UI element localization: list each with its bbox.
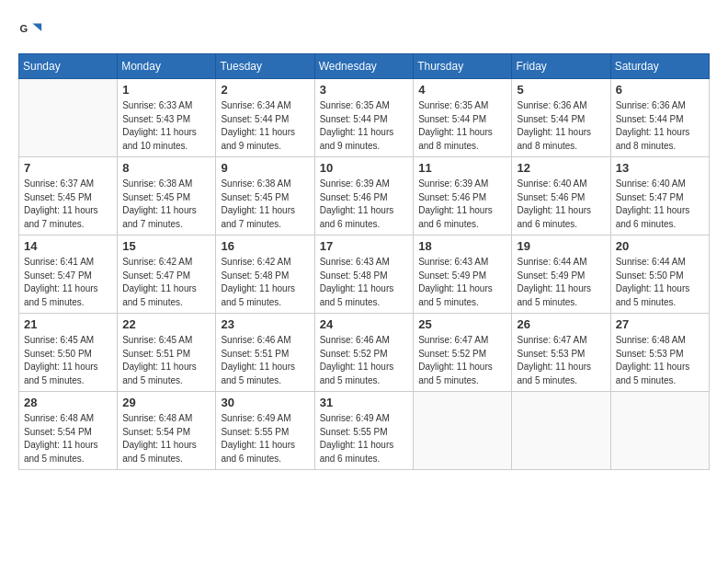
calendar-cell: 9Sunrise: 6:38 AM Sunset: 5:45 PM Daylig… — [216, 157, 314, 236]
calendar-cell: 6Sunrise: 6:36 AM Sunset: 5:44 PM Daylig… — [610, 79, 709, 157]
day-info: Sunrise: 6:36 AM Sunset: 5:44 PM Dayligh… — [616, 99, 704, 153]
day-info: Sunrise: 6:33 AM Sunset: 5:43 PM Dayligh… — [122, 99, 210, 153]
day-number: 31 — [320, 396, 409, 409]
calendar-cell: 21Sunrise: 6:45 AM Sunset: 5:50 PM Dayli… — [19, 314, 118, 392]
day-number: 3 — [320, 83, 409, 97]
day-info: Sunrise: 6:49 AM Sunset: 5:55 PM Dayligh… — [320, 412, 409, 465]
calendar-week-4: 28Sunrise: 6:48 AM Sunset: 5:54 PM Dayli… — [19, 392, 710, 470]
day-info: Sunrise: 6:39 AM Sunset: 5:46 PM Dayligh… — [320, 178, 409, 231]
calendar-week-2: 14Sunrise: 6:41 AM Sunset: 5:47 PM Dayli… — [19, 236, 710, 314]
day-info: Sunrise: 6:42 AM Sunset: 5:47 PM Dayligh… — [122, 256, 210, 309]
day-number: 29 — [122, 396, 210, 409]
calendar-week-3: 21Sunrise: 6:45 AM Sunset: 5:50 PM Dayli… — [19, 314, 710, 392]
page-header: G — [18, 18, 710, 44]
calendar-body: 1Sunrise: 6:33 AM Sunset: 5:43 PM Daylig… — [19, 79, 710, 470]
day-number: 19 — [517, 239, 605, 253]
day-number: 14 — [24, 239, 112, 253]
calendar-cell: 16Sunrise: 6:42 AM Sunset: 5:48 PM Dayli… — [216, 236, 314, 314]
calendar-cell: 23Sunrise: 6:46 AM Sunset: 5:51 PM Dayli… — [216, 314, 314, 392]
calendar-cell — [414, 392, 512, 470]
day-number: 12 — [517, 161, 605, 175]
day-number: 13 — [616, 161, 704, 175]
day-number: 6 — [616, 83, 704, 97]
day-header-monday: Monday — [118, 54, 216, 79]
calendar-cell: 30Sunrise: 6:49 AM Sunset: 5:55 PM Dayli… — [216, 392, 314, 470]
calendar-cell: 14Sunrise: 6:41 AM Sunset: 5:47 PM Dayli… — [19, 236, 118, 314]
day-info: Sunrise: 6:47 AM Sunset: 5:53 PM Dayligh… — [517, 334, 605, 387]
day-number: 4 — [418, 83, 506, 97]
calendar-cell: 15Sunrise: 6:42 AM Sunset: 5:47 PM Dayli… — [118, 236, 216, 314]
day-number: 17 — [320, 239, 409, 253]
calendar-cell: 8Sunrise: 6:38 AM Sunset: 5:45 PM Daylig… — [118, 157, 216, 236]
day-info: Sunrise: 6:43 AM Sunset: 5:48 PM Dayligh… — [320, 256, 409, 309]
day-number: 24 — [320, 317, 409, 331]
day-info: Sunrise: 6:46 AM Sunset: 5:51 PM Dayligh… — [221, 334, 309, 387]
day-number: 8 — [122, 161, 210, 175]
day-info: Sunrise: 6:42 AM Sunset: 5:48 PM Dayligh… — [221, 256, 309, 309]
calendar-cell: 27Sunrise: 6:48 AM Sunset: 5:53 PM Dayli… — [610, 314, 709, 392]
logo: G — [18, 18, 48, 44]
day-number: 20 — [616, 239, 704, 253]
day-info: Sunrise: 6:45 AM Sunset: 5:51 PM Dayligh… — [122, 334, 210, 387]
calendar-cell: 5Sunrise: 6:36 AM Sunset: 5:44 PM Daylig… — [512, 79, 610, 157]
calendar-cell: 1Sunrise: 6:33 AM Sunset: 5:43 PM Daylig… — [118, 79, 216, 157]
calendar-cell: 17Sunrise: 6:43 AM Sunset: 5:48 PM Dayli… — [314, 236, 414, 314]
day-header-sunday: Sunday — [19, 54, 118, 79]
day-number: 30 — [221, 396, 309, 409]
day-info: Sunrise: 6:36 AM Sunset: 5:44 PM Dayligh… — [517, 99, 605, 153]
calendar-cell: 28Sunrise: 6:48 AM Sunset: 5:54 PM Dayli… — [19, 392, 118, 470]
calendar-cell: 22Sunrise: 6:45 AM Sunset: 5:51 PM Dayli… — [118, 314, 216, 392]
calendar-week-0: 1Sunrise: 6:33 AM Sunset: 5:43 PM Daylig… — [19, 79, 710, 157]
day-number: 9 — [221, 161, 309, 175]
day-info: Sunrise: 6:45 AM Sunset: 5:50 PM Dayligh… — [24, 334, 112, 387]
calendar-cell: 3Sunrise: 6:35 AM Sunset: 5:44 PM Daylig… — [314, 79, 414, 157]
calendar-cell: 29Sunrise: 6:48 AM Sunset: 5:54 PM Dayli… — [118, 392, 216, 470]
day-number: 1 — [122, 83, 210, 97]
calendar-cell: 26Sunrise: 6:47 AM Sunset: 5:53 PM Dayli… — [512, 314, 610, 392]
day-number: 22 — [122, 317, 210, 331]
day-info: Sunrise: 6:35 AM Sunset: 5:44 PM Dayligh… — [320, 99, 409, 153]
calendar-cell: 24Sunrise: 6:46 AM Sunset: 5:52 PM Dayli… — [314, 314, 414, 392]
day-info: Sunrise: 6:48 AM Sunset: 5:54 PM Dayligh… — [122, 412, 210, 465]
day-number: 26 — [517, 317, 605, 331]
day-header-tuesday: Tuesday — [216, 54, 314, 79]
calendar-cell — [19, 79, 118, 157]
calendar-cell: 20Sunrise: 6:44 AM Sunset: 5:50 PM Dayli… — [610, 236, 709, 314]
calendar-cell: 19Sunrise: 6:44 AM Sunset: 5:49 PM Dayli… — [512, 236, 610, 314]
day-info: Sunrise: 6:48 AM Sunset: 5:53 PM Dayligh… — [616, 334, 704, 387]
day-info: Sunrise: 6:40 AM Sunset: 5:47 PM Dayligh… — [616, 178, 704, 231]
day-header-friday: Friday — [512, 54, 610, 79]
calendar-cell: 25Sunrise: 6:47 AM Sunset: 5:52 PM Dayli… — [414, 314, 512, 392]
day-header-wednesday: Wednesday — [314, 54, 414, 79]
day-info: Sunrise: 6:44 AM Sunset: 5:50 PM Dayligh… — [616, 256, 704, 309]
day-info: Sunrise: 6:38 AM Sunset: 5:45 PM Dayligh… — [221, 178, 309, 231]
day-info: Sunrise: 6:48 AM Sunset: 5:54 PM Dayligh… — [24, 412, 112, 465]
day-number: 27 — [616, 317, 704, 331]
day-number: 10 — [320, 161, 409, 175]
calendar-cell: 4Sunrise: 6:35 AM Sunset: 5:44 PM Daylig… — [414, 79, 512, 157]
day-number: 7 — [24, 161, 112, 175]
day-header-thursday: Thursday — [414, 54, 512, 79]
calendar-table: SundayMondayTuesdayWednesdayThursdayFrid… — [18, 53, 710, 470]
day-info: Sunrise: 6:38 AM Sunset: 5:45 PM Dayligh… — [122, 178, 210, 231]
day-number: 23 — [221, 317, 309, 331]
calendar-cell: 18Sunrise: 6:43 AM Sunset: 5:49 PM Dayli… — [414, 236, 512, 314]
calendar-cell — [512, 392, 610, 470]
day-number: 15 — [122, 239, 210, 253]
day-info: Sunrise: 6:49 AM Sunset: 5:55 PM Dayligh… — [221, 412, 309, 465]
calendar-cell: 31Sunrise: 6:49 AM Sunset: 5:55 PM Dayli… — [314, 392, 414, 470]
calendar-cell: 12Sunrise: 6:40 AM Sunset: 5:46 PM Dayli… — [512, 157, 610, 236]
calendar-week-1: 7Sunrise: 6:37 AM Sunset: 5:45 PM Daylig… — [19, 157, 710, 236]
day-info: Sunrise: 6:37 AM Sunset: 5:45 PM Dayligh… — [24, 178, 112, 231]
day-info: Sunrise: 6:34 AM Sunset: 5:44 PM Dayligh… — [221, 99, 309, 153]
logo-icon: G — [18, 18, 44, 44]
day-info: Sunrise: 6:47 AM Sunset: 5:52 PM Dayligh… — [418, 334, 506, 387]
day-number: 2 — [221, 83, 309, 97]
day-info: Sunrise: 6:35 AM Sunset: 5:44 PM Dayligh… — [418, 99, 506, 153]
day-number: 16 — [221, 239, 309, 253]
day-number: 5 — [517, 83, 605, 97]
day-number: 18 — [418, 239, 506, 253]
calendar-header-row: SundayMondayTuesdayWednesdayThursdayFrid… — [19, 54, 710, 79]
day-info: Sunrise: 6:40 AM Sunset: 5:46 PM Dayligh… — [517, 178, 605, 231]
day-info: Sunrise: 6:41 AM Sunset: 5:47 PM Dayligh… — [24, 256, 112, 309]
